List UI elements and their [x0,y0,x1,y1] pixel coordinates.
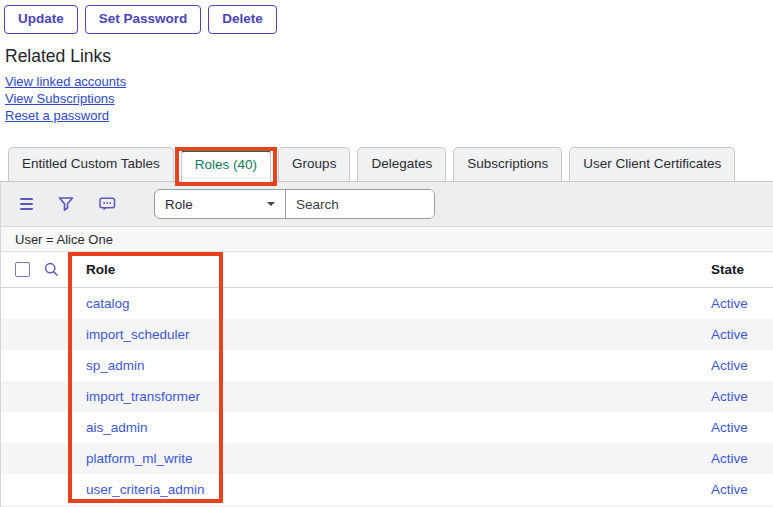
select-all-checkbox[interactable] [15,262,30,277]
tab-roles[interactable]: Roles (40) [181,148,271,182]
update-button[interactable]: Update [4,5,78,34]
roles-table: Role State catalog Active import_schedul… [1,252,773,507]
state-link[interactable]: Active [711,482,748,497]
related-links-heading: Related Links [5,46,773,67]
search-input[interactable] [286,190,434,218]
related-lists-tab-bar: Entitled Custom Tables Roles (40) Groups… [0,139,773,182]
roles-list-panel: Role User = Alice One Role State c [0,182,773,507]
tab-user-client-certificates[interactable]: User Client Certificates [569,147,735,181]
set-password-button[interactable]: Set Password [85,5,202,34]
table-row: catalog Active [1,288,773,319]
list-toolbar: Role [1,182,773,227]
link-reset-a-password[interactable]: Reset a password [5,107,773,124]
state-link[interactable]: Active [711,358,748,373]
chevron-down-icon [267,202,275,206]
related-links-list: View linked accounts View Subscriptions … [5,73,773,124]
filter-icon[interactable] [58,196,74,212]
state-link[interactable]: Active [711,296,748,311]
table-header-row: Role State [1,252,773,288]
breadcrumb-text: User = Alice One [15,232,113,247]
role-link[interactable]: user_criteria_admin [86,482,205,497]
tab-entitled-custom-tables[interactable]: Entitled Custom Tables [8,147,174,181]
search-column-value: Role [165,197,193,212]
breadcrumb: User = Alice One [1,227,773,252]
table-row: platform_ml_write Active [1,443,773,474]
menu-icon[interactable] [20,198,33,210]
tab-delegates[interactable]: Delegates [357,147,446,181]
search-column-select[interactable]: Role [155,190,286,218]
list-search-control: Role [154,189,435,219]
state-link[interactable]: Active [711,327,748,342]
table-body: catalog Active import_scheduler Active s… [1,288,773,507]
tab-subscriptions[interactable]: Subscriptions [453,147,562,181]
link-view-subscriptions[interactable]: View Subscriptions [5,90,773,107]
table-row: ais_admin Active [1,412,773,443]
chat-icon[interactable] [99,197,116,212]
state-link[interactable]: Active [711,420,748,435]
role-link[interactable]: import_transformer [86,389,200,404]
table-row: import_transformer Active [1,381,773,412]
search-icon[interactable] [44,262,59,277]
column-header-role[interactable]: Role [86,262,115,277]
link-view-linked-accounts[interactable]: View linked accounts [5,73,773,90]
delete-button[interactable]: Delete [208,5,277,34]
role-link[interactable]: import_scheduler [86,327,190,342]
form-action-bar: Update Set Password Delete [0,0,773,34]
state-link[interactable]: Active [711,451,748,466]
state-link[interactable]: Active [711,389,748,404]
role-link[interactable]: ais_admin [86,420,148,435]
role-link[interactable]: catalog [86,296,130,311]
role-link[interactable]: sp_admin [86,358,145,373]
table-row: sp_admin Active [1,350,773,381]
column-header-state[interactable]: State [711,262,744,277]
table-row: import_scheduler Active [1,319,773,350]
tab-groups[interactable]: Groups [278,147,350,181]
role-link[interactable]: platform_ml_write [86,451,193,466]
table-row: user_criteria_admin Active [1,474,773,505]
